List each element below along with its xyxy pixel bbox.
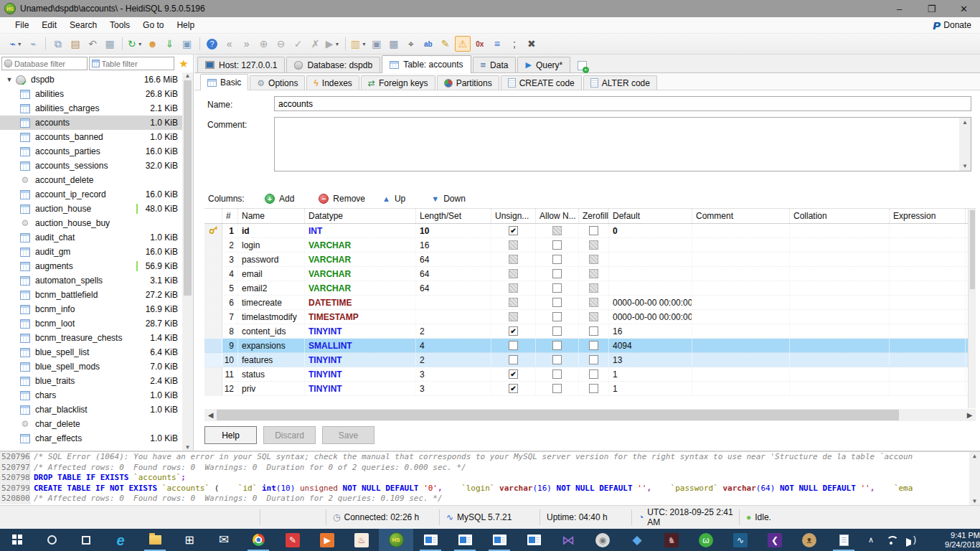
column-datatype[interactable]: VARCHAR <box>305 281 416 295</box>
column-datatype[interactable]: TINYINT <box>305 382 416 395</box>
tree-item-bcnm-info[interactable]: bcnm_info16.9 KiB <box>0 302 182 316</box>
hscroll-thumb[interactable] <box>217 410 899 420</box>
zerofill-checkbox[interactable] <box>589 240 598 250</box>
allow-null-checkbox[interactable] <box>552 269 562 278</box>
subtab-indexes[interactable]: ϟIndexes <box>306 75 359 90</box>
unsigned-checkbox[interactable] <box>509 298 518 307</box>
column-datatype[interactable]: TIMESTAMP <box>305 310 416 324</box>
grid-header-default[interactable]: Default <box>609 209 692 223</box>
insert-row-icon[interactable]: ⊕ <box>256 36 272 52</box>
tree-item-account-ip-record[interactable]: account_ip_record16.0 KiB <box>0 187 182 202</box>
allow-null-checkbox[interactable] <box>552 255 562 264</box>
table-comment-input[interactable] <box>275 118 959 171</box>
delimiter-icon[interactable]: ; <box>507 36 522 52</box>
blob-editor-icon[interactable]: ▣ <box>179 36 195 52</box>
tree-item-blue-spell-mods[interactable]: blue_spell_mods7.0 KiB <box>0 359 182 374</box>
zerofill-checkbox[interactable] <box>589 226 598 235</box>
tree-item-auction-house[interactable]: auction_house48.0 KiB <box>0 202 182 216</box>
column-row-status[interactable]: 11statusTINYINT31 <box>204 367 968 382</box>
tree-item-blue-traits[interactable]: blue_traits2.4 KiB <box>0 374 182 388</box>
taskbar-dark-game-icon[interactable]: ♞ <box>654 529 689 551</box>
hex-view-icon[interactable]: 0x <box>472 36 488 52</box>
column-row-password[interactable]: 3passwordVARCHAR64 <box>204 253 968 267</box>
grid-header-collation[interactable]: Collation <box>790 209 890 223</box>
taskbar-edge-icon[interactable]: e <box>103 529 138 551</box>
table-name-input[interactable] <box>274 96 971 111</box>
save-snippet-icon[interactable]: ▦ <box>386 36 402 52</box>
unsigned-checkbox[interactable] <box>509 269 518 278</box>
allow-null-checkbox[interactable] <box>552 326 562 336</box>
allow-null-checkbox[interactable] <box>552 384 562 393</box>
zerofill-checkbox[interactable] <box>589 341 598 350</box>
column-row-timecreate[interactable]: 6timecreateDATETIME0000-00-00 00:00:00 <box>204 296 968 310</box>
zerofill-checkbox[interactable] <box>589 369 598 379</box>
paste-icon[interactable]: ▤ <box>67 36 83 52</box>
taskbar-mysql-workbench-icon[interactable]: ∿ <box>723 529 758 551</box>
move-up-button[interactable]: ▲ Up <box>382 194 405 204</box>
print-icon[interactable]: ▦ <box>102 36 118 52</box>
expander-icon[interactable]: ▼ <box>3 76 16 83</box>
refresh-icon[interactable]: ↻▼ <box>127 36 143 52</box>
dropdown-arrow-icon[interactable]: ▼ <box>17 42 22 47</box>
help-button[interactable]: Help <box>204 426 257 444</box>
column-datatype[interactable]: TINYINT <box>305 367 416 381</box>
tree-item-abilities[interactable]: abilities26.8 KiB <box>0 87 182 101</box>
dropdown-arrow-icon[interactable]: ▼ <box>362 42 367 47</box>
reformat-icon[interactable]: ✎ <box>438 36 453 52</box>
column-datatype[interactable]: SMALLINT <box>305 339 416 352</box>
table-filter[interactable] <box>89 57 175 70</box>
subtab-alter-code[interactable]: ALTER code <box>583 75 657 90</box>
column-datatype[interactable]: VARCHAR <box>305 253 416 266</box>
find-icon[interactable]: ⌖ <box>403 36 419 52</box>
tab-query[interactable]: ▶Query* <box>517 57 570 72</box>
unsigned-checkbox[interactable] <box>509 341 518 350</box>
stop-icon[interactable]: ✖ <box>524 36 540 52</box>
taskbar-task-view-icon[interactable] <box>69 529 103 551</box>
allow-null-checkbox[interactable] <box>552 369 562 379</box>
cancel-editing-icon[interactable]: ✗ <box>308 36 324 52</box>
menu-file[interactable]: File <box>9 18 35 32</box>
unsigned-checkbox[interactable] <box>509 312 518 321</box>
unsigned-checkbox[interactable] <box>509 326 518 336</box>
tree-item-accounts[interactable]: accounts1.0 KiB <box>0 116 182 130</box>
tree-item-dspdb[interactable]: ▼dspdb16.6 MiB <box>0 72 182 87</box>
taskbar-cortana-icon[interactable] <box>34 529 69 551</box>
column-datatype[interactable]: VARCHAR <box>305 238 416 252</box>
taskbar-photos-app-icon[interactable]: ✎ <box>275 529 310 551</box>
zerofill-checkbox[interactable] <box>589 312 598 321</box>
allow-null-checkbox[interactable] <box>552 355 562 364</box>
help-icon[interactable]: ? <box>204 36 220 52</box>
zerofill-checkbox[interactable] <box>589 269 598 278</box>
allow-null-checkbox[interactable] <box>552 226 562 235</box>
taskbar-vscode-icon[interactable]: ❮ <box>758 529 792 551</box>
tree-item-bcnm-loot[interactable]: bcnm_loot28.7 KiB <box>0 316 182 331</box>
tree-item-bcnm-treasure-chests[interactable]: bcnm_treasure_chests1.4 KiB <box>0 331 182 345</box>
insert-files-icon[interactable]: ≡ <box>489 36 505 52</box>
user-manager-icon[interactable]: ☻ <box>145 36 161 52</box>
grid-header-[interactable]: # <box>222 209 238 223</box>
grid-header-zerofill[interactable]: Zerofill <box>579 209 609 223</box>
column-datatype[interactable]: VARCHAR <box>305 267 416 281</box>
scroll-down-icon[interactable]: ▼ <box>185 444 191 451</box>
taskbar-clock[interactable]: 9:41 PM9/24/2018 <box>924 531 980 550</box>
grid-header-datatype[interactable]: Datatype <box>305 209 416 223</box>
taskbar-notepad-icon[interactable] <box>826 529 861 551</box>
grid-header-length-set[interactable]: Length/Set <box>416 209 491 223</box>
tree-item-char-effects[interactable]: char_effects1.0 KiB <box>0 431 182 446</box>
grid-header-unsign[interactable]: Unsign... <box>491 209 536 223</box>
subtab-options[interactable]: ⚙Options <box>250 75 305 90</box>
scroll-up-icon[interactable]: ▲ <box>185 72 191 79</box>
dropdown-arrow-icon[interactable]: ▼ <box>138 42 143 47</box>
column-datatype[interactable]: TINYINT <box>305 324 416 338</box>
column-row-features[interactable]: 10featuresTINYINT213 <box>204 353 968 367</box>
zerofill-checkbox[interactable] <box>589 355 598 364</box>
copy-icon[interactable]: ⧉ <box>50 36 66 52</box>
column-row-priv[interactable]: 12privTINYINT31 <box>204 382 968 396</box>
first-record-icon[interactable]: « <box>222 36 237 52</box>
tree-item-abilities-charges[interactable]: abilities_charges2.1 KiB <box>0 101 182 116</box>
tree-item-accounts-sessions[interactable]: accounts_sessions32.0 KiB <box>0 159 182 173</box>
allow-null-checkbox[interactable] <box>552 240 562 250</box>
taskbar-media-player-icon[interactable]: ▶ <box>310 529 344 551</box>
scroll-thumb[interactable] <box>184 80 192 296</box>
tree-item-account-delete[interactable]: ⚙account_delete <box>0 173 182 187</box>
